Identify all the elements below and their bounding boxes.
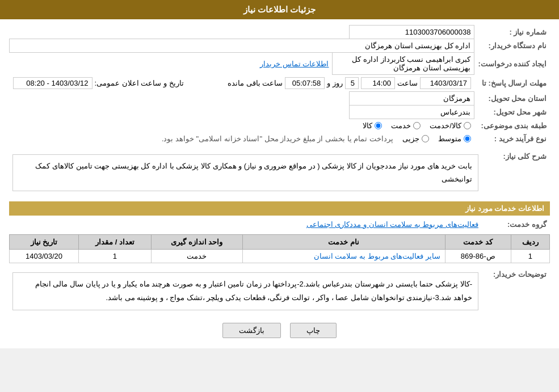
radio-kala-khedmat[interactable]: کالا/خدمت xyxy=(430,121,471,130)
rooz-value: 5 xyxy=(345,77,359,89)
radio-kala[interactable]: کالا xyxy=(363,121,382,130)
tarikhAelan-value: 1403/03/12 - 08:20 xyxy=(13,77,93,89)
col-name: نام خدمت xyxy=(242,234,445,249)
tabaqe-label: طبقه بندی موضوعی: xyxy=(474,119,550,133)
col-radif: ردیف xyxy=(511,234,549,249)
radio-motovaset[interactable]: متوسط xyxy=(438,134,471,143)
shahr-label: شهر محل تحویل: xyxy=(474,106,550,119)
contact-info-link[interactable]: اطلاعات تماس خریدار xyxy=(260,60,329,68)
cell-name: سایر فعالیت‌های مربوط به سلامت انسان xyxy=(242,249,445,263)
shahr-value: بندرعباس xyxy=(350,106,474,119)
button-row: چاپ بازگشت xyxy=(9,323,550,338)
col-kod: کد خدمت xyxy=(445,234,511,249)
info-table-1: شماره نیاز : 1103003706000038 نام دستگاه… xyxy=(9,25,550,145)
main-content: شماره نیاز : 1103003706000038 نام دستگاه… xyxy=(0,19,559,348)
cell-radif: 1 xyxy=(511,249,549,263)
shomareNiaz-value: 1103003706000038 xyxy=(350,26,474,39)
tarikh-value: 1403/03/17 xyxy=(420,77,471,89)
col-tedad: تعداد / مقدار xyxy=(79,234,152,249)
noe-desc: پرداخت تمام یا بخشی از مبلغ خریداز محل "… xyxy=(162,134,393,143)
tarikhAelan-label: تاریخ و ساعت اعلان عمومی: xyxy=(95,79,184,87)
services-table: ردیف کد خدمت نام خدمت واحد اندازه گیری ت… xyxy=(9,234,550,263)
cell-tedad: 1 xyxy=(79,249,152,263)
mohlatLabel: مهلت ارسال پاسخ: تا xyxy=(474,75,550,92)
cell-vahed: خدمت xyxy=(151,249,242,263)
namdastgah-label: نام دستگاه خریدار: xyxy=(474,39,550,53)
noe-row: متوسط جزیی پرداخت تمام یا بخشی از مبلغ خ… xyxy=(13,134,471,143)
ejaadkonande-label: ایجاد کننده درخواست: xyxy=(474,53,550,75)
grooh-value[interactable]: فعالیت‌های مربوط به سلامت انسان و مددکار… xyxy=(306,220,478,229)
table-row: 1 ص-86-869 سایر فعالیت‌های مربوط به سلام… xyxy=(10,249,550,263)
shomareNiaz-label: شماره نیاز : xyxy=(474,26,550,39)
sharh-table: شرح کلی نیاز: بابت خرید های مورد نیاز مد… xyxy=(9,149,550,197)
baaghi-label: ساعت باقی مانده xyxy=(228,79,283,87)
services-section-header: اطلاعات خدمات مورد نیاز xyxy=(9,201,550,216)
saat-label: ساعت xyxy=(397,79,418,87)
sharhKoli-label: شرح کلی نیاز: xyxy=(482,149,550,197)
namdastgah-value: اداره کل بهزیستی استان هرمزگان xyxy=(10,39,474,53)
page-wrapper: جزئیات اطلاعات نیاز شماره نیاز : 1103003… xyxy=(0,0,559,348)
ejaadkonande-value: کبری ابراهیمی نسب کاربرداز اداره کل بهزی… xyxy=(333,53,474,75)
cell-tarikh: 1403/03/20 xyxy=(10,249,79,263)
page-title: جزئیات اطلاعات نیاز xyxy=(243,5,316,14)
baaghi-value: 05:07:58 xyxy=(285,77,325,89)
print-button[interactable]: چاپ xyxy=(290,323,337,338)
radio-jozi[interactable]: جزیی xyxy=(402,134,429,143)
ostan-value: هرمزگان xyxy=(350,92,474,106)
tosih-value: -کالا پزشکی حتما بایستی در شهرستان بندرع… xyxy=(12,272,478,310)
col-vahed: واحد اندازه گیری xyxy=(151,234,242,249)
saat-value: 14:00 xyxy=(361,77,395,89)
tosih-label: توضیحات خریدار: xyxy=(482,267,550,316)
noe-radio-group: متوسط جزیی xyxy=(402,134,471,143)
col-tarikh: تاریخ نیاز xyxy=(10,234,79,249)
ostan-label: استان محل تحویل: xyxy=(474,92,550,106)
radio-khedmat[interactable]: خدمت xyxy=(391,121,421,130)
grooh-table: گروه خدمت: فعالیت‌های مربوط به سلامت انس… xyxy=(9,218,550,231)
noe-label: نوع فرآیند خرید : xyxy=(474,132,550,145)
sharhKoli-value: بابت خرید های مورد نیاز مددجویان از کالا… xyxy=(12,154,478,191)
grooh-label: گروه خدمت: xyxy=(482,218,550,231)
tabaqe-radio-group: کالا/خدمت خدمت کالا xyxy=(13,121,471,130)
tosih-table: توضیحات خریدار: -کالا پزشکی حتما بایستی … xyxy=(9,267,550,316)
page-header: جزئیات اطلاعات نیاز xyxy=(0,0,559,19)
mohlatRow: 1403/03/17 ساعت 14:00 5 روز و 05:07:58 س… xyxy=(13,77,471,89)
cell-kod: ص-86-869 xyxy=(445,249,511,263)
rooz-label: روز و xyxy=(327,79,343,87)
back-button[interactable]: بازگشت xyxy=(222,323,281,338)
